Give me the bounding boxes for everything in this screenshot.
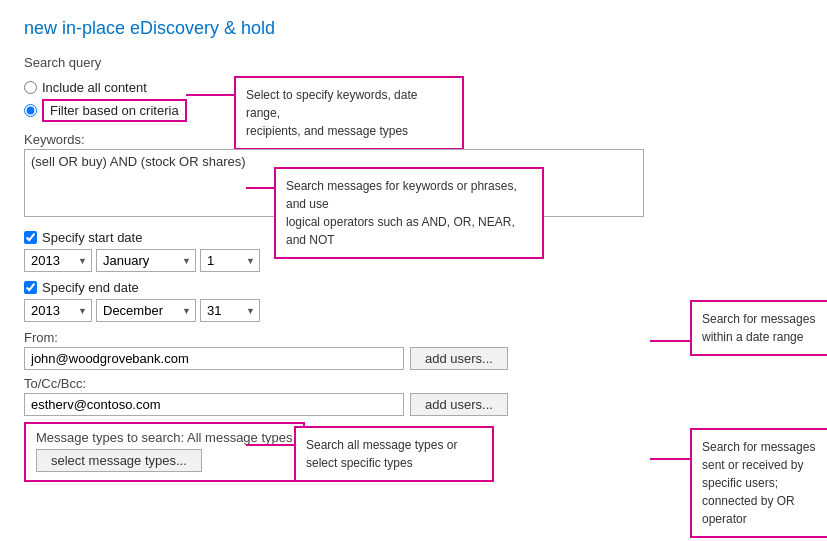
select-message-types-button[interactable]: select message types...: [36, 449, 202, 472]
radio-filter-criteria[interactable]: [24, 104, 37, 117]
end-month-wrapper: JanuaryFebruaryMarchAprilMayJuneJulyAugu…: [96, 299, 196, 322]
end-day-select[interactable]: 1234567891011121314151617181920212223242…: [200, 299, 260, 322]
end-day-wrapper: 1234567891011121314151617181920212223242…: [200, 299, 260, 322]
toccbcc-label: To/Cc/Bcc:: [24, 376, 803, 391]
callout-keywords-line: [246, 187, 274, 189]
end-date-checkbox[interactable]: [24, 281, 37, 294]
from-section: From: add users...: [24, 330, 803, 370]
search-query-label: Search query: [24, 55, 803, 70]
message-types-box: Message types to search: All message typ…: [24, 422, 305, 482]
callout-keywords: Search messages for keywords or phrases,…: [274, 167, 544, 259]
callout-filter-line: [186, 94, 234, 96]
page-title: new in-place eDiscovery & hold: [24, 18, 803, 39]
start-year-wrapper: 201020112012201320142015: [24, 249, 92, 272]
start-month-select[interactable]: JanuaryFebruaryMarchAprilMayJuneJulyAugu…: [96, 249, 196, 272]
filter-label-box: Filter based on criteria: [42, 99, 187, 122]
start-date-label[interactable]: Specify start date: [42, 230, 142, 245]
toccbcc-add-users-button[interactable]: add users...: [410, 393, 508, 416]
from-add-users-button[interactable]: add users...: [410, 347, 508, 370]
end-date-checkbox-row: Specify end date: [24, 280, 803, 295]
keywords-wrapper: (sell OR buy) AND (stock OR shares) Sear…: [24, 149, 803, 220]
start-year-select[interactable]: 201020112012201320142015: [24, 249, 92, 272]
toccbcc-row: add users... Search for messages sent or…: [24, 393, 803, 416]
from-input[interactable]: [24, 347, 404, 370]
radio-include-all[interactable]: [24, 81, 37, 94]
callout-date-range: Search for messages within a date range: [690, 300, 827, 356]
start-date-checkbox[interactable]: [24, 231, 37, 244]
end-year-wrapper: 201020112012201320142015: [24, 299, 92, 322]
callout-date-range-line: [650, 340, 690, 342]
radio-filter-label[interactable]: Filter based on criteria: [50, 103, 179, 118]
radio-include-all-label[interactable]: Include all content: [42, 80, 147, 95]
end-month-select[interactable]: JanuaryFebruaryMarchAprilMayJuneJulyAugu…: [96, 299, 196, 322]
end-date-label[interactable]: Specify end date: [42, 280, 139, 295]
end-date-row: 201020112012201320142015 JanuaryFebruary…: [24, 299, 803, 322]
toccbcc-section: To/Cc/Bcc: add users... Search for messa…: [24, 376, 803, 416]
start-day-wrapper: 1234567891011121314151617181920212223242…: [200, 249, 260, 272]
callout-filter: Select to specify keywords, date range, …: [234, 76, 464, 150]
callout-message-types: Search all message types or select speci…: [294, 426, 494, 482]
start-day-select[interactable]: 1234567891011121314151617181920212223242…: [200, 249, 260, 272]
toccbcc-input[interactable]: [24, 393, 404, 416]
start-month-wrapper: JanuaryFebruaryMarchAprilMayJuneJulyAugu…: [96, 249, 196, 272]
callout-message-types-line: [246, 444, 294, 446]
end-year-select[interactable]: 201020112012201320142015: [24, 299, 92, 322]
message-types-label: Message types to search: All message typ…: [36, 430, 293, 445]
message-types-section: Message types to search: All message typ…: [24, 422, 803, 482]
from-label: From:: [24, 330, 803, 345]
from-row: add users...: [24, 347, 803, 370]
